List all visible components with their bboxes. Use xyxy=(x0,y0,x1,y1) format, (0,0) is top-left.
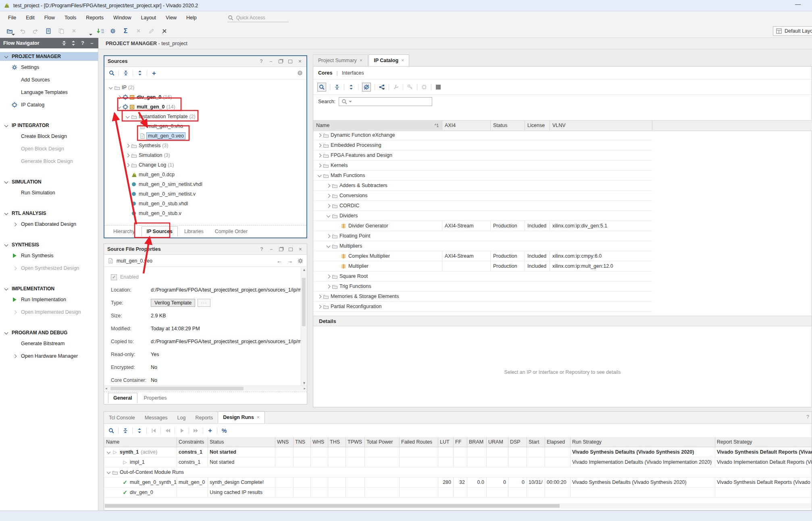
expand-all-button[interactable] xyxy=(348,84,354,90)
nav-item-open-implemented-design[interactable]: Open Implemented Design xyxy=(0,306,98,318)
column-header-ths[interactable]: THS xyxy=(328,437,346,447)
chevron-right-icon[interactable] xyxy=(316,293,323,300)
subtab-interfaces[interactable]: Interfaces xyxy=(342,70,364,76)
default-layout-dropdown[interactable]: Default Layout xyxy=(773,26,812,36)
open-project-button[interactable] xyxy=(4,26,15,36)
column-header-run-strategy[interactable]: Run Strategy xyxy=(570,437,715,447)
vertical-scrollbar[interactable]: ▲▼ xyxy=(301,267,306,386)
minimize-window-button[interactable]: — xyxy=(795,1,801,7)
nav-item-add-sources[interactable]: Add Sources xyxy=(0,73,98,86)
tab-reports[interactable]: Reports xyxy=(190,412,218,423)
percent-button[interactable]: % xyxy=(221,427,227,434)
help-icon[interactable]: ? xyxy=(79,40,86,46)
chevron-down-icon[interactable] xyxy=(108,84,114,91)
ip-row-partial-reconfiguration[interactable]: Partial Reconfiguration xyxy=(313,302,652,312)
column-header-elapsed[interactable]: Elapsed xyxy=(545,437,570,447)
tree-item-mult-gen-0[interactable]: mult_gen_0 (14) xyxy=(104,102,306,112)
ip-row-multipliers[interactable]: Multipliers xyxy=(313,241,652,251)
close-icon[interactable]: × xyxy=(297,246,304,252)
nav-section-header-rtl-analysis[interactable]: RTL ANALYSIS xyxy=(0,209,98,218)
run-row-out-of-context-module-runs[interactable]: Out-of-Context Module Runs xyxy=(104,467,812,477)
menu-layout[interactable]: Layout xyxy=(136,13,161,23)
menu-flow[interactable]: Flow xyxy=(40,13,60,23)
column-header-vlnv[interactable]: VLNV xyxy=(550,121,652,130)
nav-section-header-implementation[interactable]: IMPLEMENTATION xyxy=(0,284,98,293)
tree-item-ip[interactable]: IP (2) xyxy=(104,83,306,92)
float-icon[interactable] xyxy=(277,58,284,65)
type-button[interactable]: Verilog Template xyxy=(151,299,195,307)
dock-collapse-icon[interactable] xyxy=(61,40,67,46)
column-header-start[interactable]: Start xyxy=(527,437,545,447)
step-back-button[interactable] xyxy=(164,427,171,434)
delete-x-button[interactable]: × xyxy=(69,26,79,36)
tab-tcl-console[interactable]: Tcl Console xyxy=(104,412,140,423)
menu-window[interactable]: Window xyxy=(108,13,136,23)
nav-item-settings[interactable]: Settings xyxy=(0,61,98,73)
horizontal-scrollbar[interactable] xyxy=(104,503,812,508)
tree-item-mult-gen-0-vho[interactable]: mult_gen_0.vho xyxy=(104,121,306,131)
tab-messages[interactable]: Messages xyxy=(140,412,173,423)
tab-general[interactable]: General xyxy=(108,393,137,403)
abort-x-button[interactable]: × xyxy=(133,26,144,36)
column-header-tns[interactable]: TNS xyxy=(293,437,310,447)
nav-item-run-synthesis[interactable]: Run Synthesis xyxy=(0,249,98,262)
tree-item-mult-gen-0-stub-vhdl[interactable]: mult_gen_0_stub.vhdl xyxy=(104,199,306,208)
tab-properties[interactable]: Properties xyxy=(139,393,172,403)
chevron-right-icon[interactable] xyxy=(125,142,131,149)
tree-item-div-gen-0[interactable]: div_gen_0 (16) xyxy=(104,92,306,102)
chevron-right-icon[interactable] xyxy=(11,265,18,271)
expand-all-button[interactable] xyxy=(136,427,143,434)
search-button[interactable] xyxy=(108,427,115,434)
chevron-right-icon[interactable] xyxy=(11,309,18,315)
help-icon[interactable]: ? xyxy=(806,414,809,420)
filter-ip-button[interactable] xyxy=(362,83,371,92)
minimize-icon[interactable]: – xyxy=(268,58,274,65)
nav-item-open-hardware-manager[interactable]: Open Hardware Manager xyxy=(0,350,98,362)
minimize-icon[interactable]: – xyxy=(268,246,275,252)
close-icon[interactable]: × xyxy=(257,415,260,420)
run-row-synth-1[interactable]: ▷synth_1(active)constrs_1Not startedViva… xyxy=(104,447,812,457)
ip-search-input[interactable] xyxy=(339,97,432,106)
quick-access-input[interactable]: Quick Access xyxy=(227,14,289,22)
collapse-all-button[interactable] xyxy=(334,84,340,90)
column-header-wns[interactable]: WNS xyxy=(275,437,293,447)
add-button[interactable]: + xyxy=(207,427,213,434)
help-icon[interactable]: ? xyxy=(258,246,265,252)
settings-gear-icon[interactable] xyxy=(297,70,303,76)
ip-row-square-root[interactable]: Square Root xyxy=(313,271,652,281)
info-dark-button[interactable] xyxy=(435,84,441,90)
ip-row-adders-subtracters[interactable]: Adders & Subtracters xyxy=(313,181,652,191)
run-row-mult-gen-0-synth-1[interactable]: ✓mult_gen_0_synth_1mult_gen_0synth_desig… xyxy=(104,477,812,488)
tree-item-synthesis[interactable]: Synthesis (3) xyxy=(104,141,306,150)
chevron-right-icon[interactable] xyxy=(116,94,122,100)
group-tree-button[interactable] xyxy=(379,84,385,90)
chevron-right-icon[interactable] xyxy=(325,192,331,199)
undo-button[interactable] xyxy=(17,26,28,36)
chevron-right-icon[interactable] xyxy=(11,221,18,227)
close-icon[interactable]: × xyxy=(401,58,404,63)
copy-button[interactable] xyxy=(56,26,67,36)
nav-item-generate-block-design[interactable]: Generate Block Design xyxy=(0,155,98,167)
edit-pen-button[interactable] xyxy=(146,26,157,36)
tab-compile-order[interactable]: Compile Order xyxy=(210,227,252,236)
search-button[interactable] xyxy=(317,83,326,92)
tree-item-simulation[interactable]: Simulation (3) xyxy=(104,150,306,160)
ip-row-embedded-processing[interactable]: Embedded Processing xyxy=(313,140,652,150)
column-header-tpws[interactable]: TPWS xyxy=(346,437,364,447)
horizontal-scrollbar[interactable]: ◂▸ xyxy=(104,386,307,391)
column-header-failed-routes[interactable]: Failed Routes xyxy=(399,437,438,447)
forward-arrow-icon[interactable]: → xyxy=(287,258,293,264)
cancel-x-button[interactable] xyxy=(159,26,170,36)
column-header-axi4[interactable]: AXI4 xyxy=(442,121,490,130)
redo-button[interactable] xyxy=(30,26,41,36)
sigma-button[interactable]: Σ xyxy=(120,26,131,36)
nav-item-open-synthesized-design[interactable]: Open Synthesized Design xyxy=(0,262,98,274)
tree-item-mult-gen-0-veo[interactable]: mult_gen_0.veo xyxy=(104,131,306,141)
minimize-icon[interactable]: – xyxy=(89,40,95,46)
column-header-lut[interactable]: LUT xyxy=(438,437,453,447)
step-first-button[interactable] xyxy=(150,427,157,434)
help-icon[interactable]: ? xyxy=(258,58,264,65)
chevron-right-icon[interactable] xyxy=(325,202,331,209)
menu-reports[interactable]: Reports xyxy=(81,13,108,23)
run-row-div-gen-0[interactable]: ✓div_gen_0Using cached IP results xyxy=(104,488,812,498)
